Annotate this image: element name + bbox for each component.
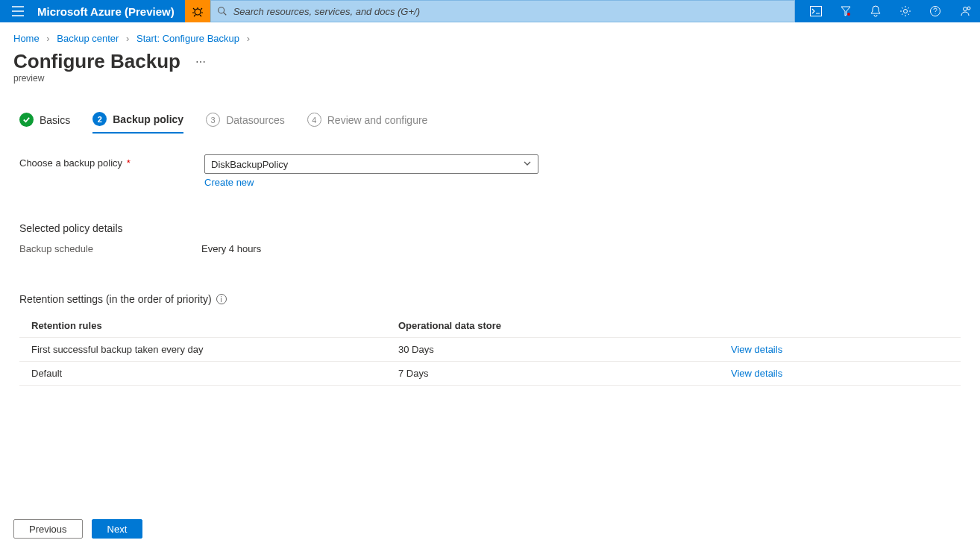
hamburger-menu-icon[interactable] — [0, 0, 36, 22]
chevron-right-icon: › — [247, 33, 250, 44]
brand-label[interactable]: Microsoft Azure (Preview) — [36, 5, 185, 18]
retention-store: 7 Days — [376, 362, 719, 386]
backup-schedule-value: Every 4 hours — [201, 243, 261, 254]
policy-field-label: Choose a backup policy * — [19, 154, 204, 169]
dropdown-value: DiskBackupPolicy — [211, 159, 288, 170]
search-input[interactable] — [227, 6, 788, 17]
chevron-right-icon: › — [126, 33, 129, 44]
view-details-link[interactable]: View details — [731, 368, 782, 379]
svg-point-1 — [218, 7, 224, 13]
breadcrumb-backup-center[interactable]: Backup center — [57, 33, 119, 44]
svg-point-0 — [195, 9, 201, 15]
step-number: 4 — [307, 113, 321, 127]
settings-gear-icon[interactable] — [891, 0, 920, 22]
previous-button[interactable]: Previous — [13, 519, 83, 539]
cloud-shell-icon[interactable] — [801, 0, 831, 22]
col-retention-rules: Retention rules — [19, 316, 376, 338]
wizard-steps: Basics 2 Backup policy 3 Datasources 4 R… — [0, 84, 980, 134]
selected-policy-details-title: Selected policy details — [19, 222, 961, 234]
breadcrumb-home[interactable]: Home — [13, 33, 40, 44]
svg-rect-2 — [811, 7, 822, 16]
retention-table: Retention rules Operational data store F… — [19, 316, 961, 386]
svg-point-4 — [904, 10, 908, 13]
topbar-icons — [801, 0, 980, 22]
notifications-icon[interactable] — [861, 0, 891, 22]
col-operational-store: Operational data store — [376, 316, 719, 338]
retention-store: 30 Days — [376, 338, 719, 362]
content: Choose a backup policy * DiskBackupPolic… — [0, 134, 980, 386]
retention-settings-title: Retention settings (in the order of prio… — [19, 293, 961, 305]
directory-filter-icon[interactable] — [831, 0, 861, 22]
page-title-wrap: Configure Backup ⋯ — [0, 48, 980, 73]
info-icon[interactable]: i — [216, 294, 227, 304]
table-row: First successful backup taken every day … — [19, 338, 961, 362]
svg-point-6 — [964, 7, 967, 11]
chevron-right-icon: › — [46, 33, 49, 44]
bug-icon[interactable] — [185, 0, 210, 22]
retention-rule: First successful backup taken every day — [19, 338, 376, 362]
account-icon[interactable] — [950, 0, 980, 22]
breadcrumb: Home › Backup center › Start: Configure … — [0, 22, 980, 48]
backup-policy-dropdown[interactable]: DiskBackupPolicy — [204, 154, 538, 174]
step-review[interactable]: 4 Review and configure — [307, 113, 428, 133]
step-label: Review and configure — [327, 114, 428, 126]
step-backup-policy[interactable]: 2 Backup policy — [92, 112, 183, 134]
view-details-link[interactable]: View details — [731, 344, 782, 355]
required-marker: * — [124, 157, 131, 169]
more-actions-icon[interactable]: ⋯ — [195, 56, 207, 68]
retention-rule: Default — [19, 362, 376, 386]
step-number: 3 — [206, 113, 220, 127]
svg-point-3 — [847, 13, 850, 16]
wizard-footer: Previous Next — [13, 519, 142, 539]
step-basics[interactable]: Basics — [19, 113, 70, 133]
create-new-link[interactable]: Create new — [204, 177, 538, 188]
table-row: Default 7 Days View details — [19, 362, 961, 386]
step-datasources[interactable]: 3 Datasources — [206, 113, 285, 133]
help-icon[interactable] — [920, 0, 950, 22]
page-subtitle: preview — [0, 73, 980, 84]
next-button[interactable]: Next — [92, 519, 143, 539]
step-number: 2 — [92, 112, 107, 126]
chevron-down-icon — [523, 159, 532, 170]
breadcrumb-configure-backup[interactable]: Start: Configure Backup — [136, 33, 239, 44]
global-search[interactable] — [210, 0, 795, 22]
check-icon — [19, 113, 34, 127]
svg-point-7 — [967, 7, 970, 10]
step-label: Datasources — [226, 114, 285, 126]
step-label: Basics — [40, 114, 70, 126]
search-icon — [217, 6, 227, 16]
page-title: Configure Backup — [13, 50, 180, 73]
step-label: Backup policy — [113, 113, 183, 125]
backup-schedule-label: Backup schedule — [19, 243, 201, 254]
backup-schedule-row: Backup schedule Every 4 hours — [19, 243, 961, 254]
topbar: Microsoft Azure (Preview) — [0, 0, 980, 22]
